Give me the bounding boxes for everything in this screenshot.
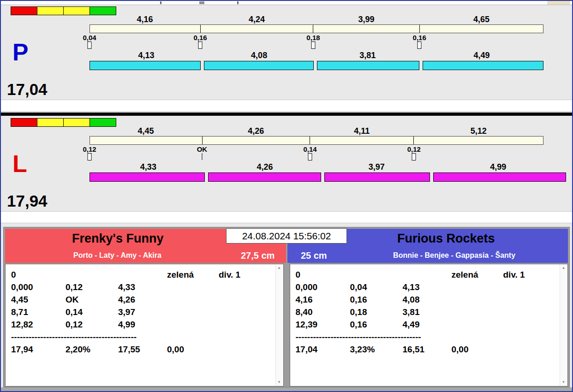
result-text-panel-right: 0 zelená div. 1 0,000 0,04 4,13 4,16 0,1… bbox=[290, 264, 568, 386]
summary-extra: 0,00 bbox=[452, 343, 503, 356]
result-cell: 4,49 bbox=[403, 318, 452, 331]
sensor-mark-icon bbox=[308, 153, 312, 160]
net-split-value: 4,08 bbox=[203, 51, 315, 60]
result-separator: ----------------------------------------… bbox=[296, 331, 557, 343]
result-cell: 12,82 bbox=[11, 318, 66, 331]
result-cell: 8,40 bbox=[296, 306, 350, 318]
result-cell: 0,14 bbox=[66, 306, 118, 318]
fault-values-row: 0,12 OK 0,14 0,12 bbox=[90, 145, 543, 153]
scrollbar[interactable]: ▲ ▼ bbox=[275, 265, 283, 386]
result-text-panel-left: 0 zelená div. 1 0,000 0,12 4,33 4,45 OK … bbox=[5, 264, 284, 386]
background-window-artifact bbox=[160, 1, 161, 4]
sensor-mark-icon bbox=[412, 153, 416, 160]
result-cell: 0,12 bbox=[66, 281, 118, 293]
fault-value: 0,04 bbox=[83, 34, 96, 42]
net-bar-segment bbox=[317, 61, 419, 70]
net-split-value: 3,81 bbox=[315, 51, 420, 60]
gross-bar-segment bbox=[313, 25, 419, 33]
fault-value: OK bbox=[197, 145, 208, 153]
sensor-mark-icon bbox=[198, 42, 203, 49]
light-yellow-icon bbox=[37, 7, 64, 15]
result-panels: 0 zelená div. 1 0,000 0,12 4,33 4,45 OK … bbox=[5, 264, 568, 386]
result-cell: zelená bbox=[452, 268, 503, 281]
result-row: 8,71 0,14 3,97 bbox=[11, 306, 272, 318]
result-cell: 4,99 bbox=[118, 318, 167, 331]
start-lights bbox=[11, 6, 116, 15]
result-cell: 0,16 bbox=[350, 293, 403, 306]
fault-value: 0,12 bbox=[407, 145, 421, 153]
scroll-down-icon[interactable]: ▼ bbox=[277, 380, 281, 384]
scrollbar[interactable]: ▲ ▼ bbox=[560, 265, 567, 386]
result-cell: 3,81 bbox=[403, 306, 452, 318]
gross-split-value: 3,99 bbox=[313, 15, 419, 24]
net-bar-segment bbox=[90, 61, 201, 70]
team-subheader: 25 cm Bonnie - Benjee - Gappasia - Šanty bbox=[287, 248, 568, 263]
summary-total: 17,94 bbox=[11, 343, 66, 356]
lane-total-time: 17,04 bbox=[7, 80, 48, 99]
start-lights bbox=[11, 118, 116, 127]
result-cell: 3,97 bbox=[118, 306, 167, 318]
result-cell: div. 1 bbox=[503, 268, 557, 281]
result-cell: 0,12 bbox=[66, 318, 118, 331]
jump-height: 25 cm bbox=[287, 250, 341, 261]
net-split-value: 4,13 bbox=[90, 51, 203, 60]
sensor-mark-icon bbox=[88, 153, 92, 160]
scroll-down-icon[interactable]: ▼ bbox=[562, 380, 566, 384]
summary-extra: 0,00 bbox=[167, 343, 219, 356]
team-headers: Frenky's Funny Porto - Laty - Amy - Akir… bbox=[5, 229, 568, 263]
result-row: 8,40 0,18 3,81 bbox=[296, 306, 557, 318]
gross-split-value: 4,45 bbox=[90, 126, 202, 136]
result-separator: ----------------------------------------… bbox=[11, 331, 272, 343]
fault-values-row: 0,04 0,16 0,18 0,16 bbox=[90, 34, 543, 42]
result-cell: 4,16 bbox=[296, 293, 350, 306]
result-row: 12,82 0,12 4,99 bbox=[11, 318, 272, 331]
summary-fault-percent: 2,20% bbox=[66, 343, 118, 356]
result-row: 12,39 0,16 4,49 bbox=[296, 318, 557, 331]
sensor-marks-row bbox=[90, 153, 543, 162]
empty-list-row bbox=[1, 211, 572, 223]
lane-divider bbox=[1, 113, 572, 116]
light-red-icon bbox=[11, 7, 37, 15]
gross-bar-segment bbox=[414, 137, 543, 144]
dog-names: Porto - Laty - Amy - Akira bbox=[5, 251, 230, 260]
background-window-artifact bbox=[199, 1, 204, 4]
lane-l-section: L 4,45 4,26 4,11 5,12 0,12 OK 0,14 0,12 bbox=[1, 117, 572, 223]
summary-fault-percent: 3,23% bbox=[350, 343, 403, 356]
fault-value: 0,18 bbox=[306, 34, 320, 42]
result-row: 0,000 0,12 4,33 bbox=[11, 281, 272, 293]
gross-split-value: 5,12 bbox=[414, 126, 543, 136]
background-window-artifact bbox=[237, 1, 239, 4]
gross-split-value: 4,11 bbox=[310, 126, 414, 136]
net-bar-segment bbox=[433, 172, 566, 182]
lane-bars: 4,45 4,26 4,11 5,12 0,12 OK 0,14 0,12 bbox=[90, 126, 570, 182]
result-summary-row: 17,04 3,23% 16,51 0,00 bbox=[296, 343, 557, 356]
light-yellow-icon bbox=[37, 119, 64, 126]
result-cell: 0 bbox=[11, 268, 66, 281]
window-bottom-strip bbox=[1, 387, 572, 391]
scroll-up-icon[interactable]: ▲ bbox=[277, 266, 281, 270]
light-red-icon bbox=[11, 119, 37, 126]
net-time-bar bbox=[90, 172, 566, 182]
sensor-mark-icon bbox=[311, 42, 315, 49]
net-split-labels: 4,13 4,08 3,81 4,49 bbox=[90, 51, 543, 60]
result-cell: 8,71 bbox=[11, 306, 66, 318]
result-cell: 0,04 bbox=[350, 281, 403, 293]
result-cell: 4,26 bbox=[118, 293, 167, 306]
gross-bar-segment bbox=[310, 137, 414, 144]
jump-height: 27,5 cm bbox=[230, 250, 286, 261]
net-bar-segment bbox=[324, 172, 430, 182]
summary-total: 17,04 bbox=[296, 343, 350, 356]
lane-total-time: 17,94 bbox=[7, 192, 48, 210]
light-green-icon bbox=[90, 7, 116, 15]
gross-split-value: 4,65 bbox=[419, 15, 543, 24]
sensor-mark-icon bbox=[88, 42, 92, 49]
net-bar-segment bbox=[423, 61, 543, 70]
result-cell: 0,000 bbox=[296, 281, 350, 293]
result-cell: 0,16 bbox=[350, 318, 403, 331]
net-time-bar bbox=[90, 61, 543, 70]
result-row: 4,45 OK 4,26 bbox=[11, 293, 272, 306]
result-info-row: 0 zelená div. 1 bbox=[11, 268, 272, 281]
gross-bar-segment bbox=[420, 25, 543, 33]
scroll-up-icon[interactable]: ▲ bbox=[562, 266, 566, 270]
result-cell: div. 1 bbox=[219, 268, 272, 281]
